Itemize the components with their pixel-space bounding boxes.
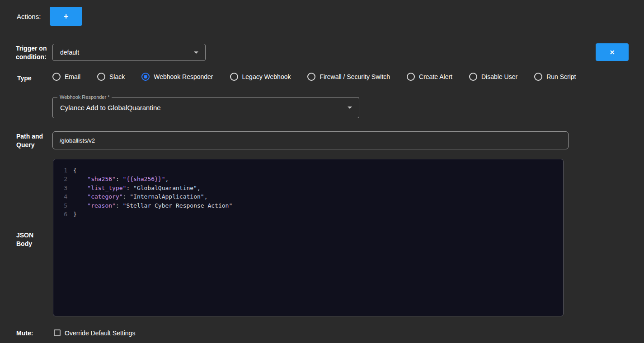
radio-option-label: Run Script	[546, 73, 576, 80]
code-text: }	[73, 210, 77, 218]
add-action-button[interactable]: +	[50, 7, 82, 26]
webhook-responder-select[interactable]: Webhook Responder * Cylance Add to Globa…	[52, 97, 359, 118]
actions-label: Actions:	[17, 12, 41, 21]
radio-icon[interactable]	[534, 73, 542, 81]
plus-icon: +	[64, 12, 69, 21]
radio-icon[interactable]	[97, 73, 105, 81]
code-line: 1{	[53, 166, 563, 175]
line-number: 2	[53, 175, 67, 183]
line-number: 3	[53, 184, 67, 192]
code-text: "category": "InternalApplication",	[73, 192, 207, 201]
radio-option-run-script[interactable]: Run Script	[534, 73, 576, 81]
code-lines: 1{2 "sha256": "{{sha256}}",3 "list_type"…	[53, 166, 563, 218]
type-label: Type	[17, 74, 32, 83]
webhook-responder-field-label: Webhook Responder *	[57, 94, 112, 100]
trigger-condition-value: default	[60, 49, 79, 56]
json-body-label: JSON Body	[16, 231, 43, 248]
mute-label: Mute:	[16, 329, 33, 338]
override-default-settings-label: Override Default Settings	[65, 329, 135, 337]
chevron-down-icon	[194, 51, 198, 54]
radio-option-legacy-webhook[interactable]: Legacy Webhook	[230, 73, 291, 81]
code-line: 6}	[53, 210, 563, 218]
radio-icon[interactable]	[407, 73, 415, 81]
response-action-panel: Actions: + Trigger on condition: default…	[0, 0, 644, 343]
radio-option-slack[interactable]: Slack	[97, 73, 125, 81]
radio-option-label: Disable User	[481, 73, 517, 80]
radio-selected-icon[interactable]	[141, 73, 150, 81]
radio-icon[interactable]	[52, 73, 61, 81]
trigger-condition-label: Trigger on condition:	[16, 44, 49, 61]
code-text: "list_type": "GlobalQuarantine",	[73, 184, 201, 192]
code-line: 2 "sha256": "{{sha256}}",	[53, 175, 563, 183]
radio-option-label: Create Alert	[419, 73, 452, 80]
radio-option-label: Firewall / Security Switch	[320, 73, 390, 80]
close-icon: ✕	[610, 49, 615, 56]
trigger-condition-select[interactable]: default	[52, 44, 206, 61]
radio-option-firewall-security-switch[interactable]: Firewall / Security Switch	[307, 73, 390, 81]
chevron-down-icon	[348, 107, 352, 109]
radio-option-email[interactable]: Email	[52, 73, 80, 81]
radio-option-label: Webhook Responder	[154, 73, 213, 80]
type-options: EmailSlackWebhook ResponderLegacy Webhoo…	[52, 73, 576, 81]
webhook-responder-value: Cylance Add to GlobalQuarantine	[60, 104, 161, 111]
radio-icon[interactable]	[307, 73, 315, 81]
radio-option-label: Legacy Webhook	[242, 73, 291, 80]
code-text: "sha256": "{{sha256}}",	[73, 175, 169, 183]
radio-option-label: Email	[65, 73, 80, 80]
code-text: "reason": "Stellar Cyber Response Action…	[73, 201, 232, 210]
code-text: {	[73, 166, 77, 175]
json-body-editor[interactable]: 1{2 "sha256": "{{sha256}}",3 "list_type"…	[53, 159, 564, 316]
radio-option-webhook-responder[interactable]: Webhook Responder	[141, 73, 213, 81]
radio-icon[interactable]	[469, 73, 477, 81]
radio-icon[interactable]	[230, 73, 238, 81]
radio-option-disable-user[interactable]: Disable User	[469, 73, 517, 81]
line-number: 1	[53, 166, 67, 175]
remove-action-button[interactable]: ✕	[596, 43, 629, 61]
line-number: 4	[53, 192, 67, 201]
code-line: 4 "category": "InternalApplication",	[53, 192, 563, 201]
path-query-input[interactable]	[52, 131, 569, 149]
radio-option-label: Slack	[109, 73, 125, 80]
code-line: 5 "reason": "Stellar Cyber Response Acti…	[53, 201, 563, 210]
code-line: 3 "list_type": "GlobalQuarantine",	[53, 184, 563, 192]
radio-option-create-alert[interactable]: Create Alert	[407, 73, 452, 81]
line-number: 5	[53, 201, 67, 210]
line-number: 6	[53, 210, 67, 218]
override-default-settings-checkbox[interactable]	[54, 329, 61, 336]
path-query-label: Path and Query	[16, 132, 49, 149]
